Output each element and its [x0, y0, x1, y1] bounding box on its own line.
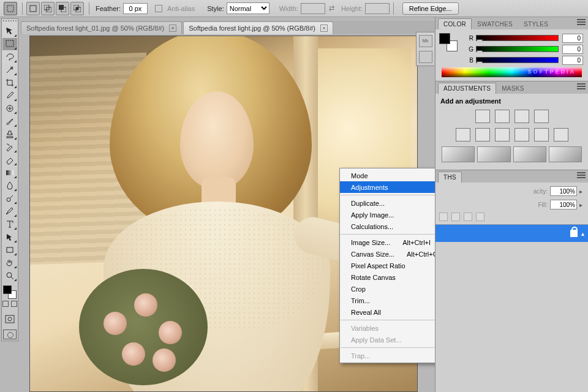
quickmask-icon[interactable] [2, 313, 17, 325]
stamp-tool[interactable] [2, 128, 17, 140]
mini-swap-icons[interactable] [2, 301, 17, 309]
menu-item[interactable]: Duplicate... [340, 197, 443, 209]
close-icon[interactable]: × [169, 24, 176, 32]
svg-point-12 [7, 198, 10, 202]
colorbalance-icon[interactable] [495, 128, 510, 141]
svg-rect-11 [6, 170, 13, 175]
tab-masks[interactable]: MASKS [496, 83, 530, 94]
opacity-label: acity: [533, 188, 548, 195]
type-tool[interactable] [2, 218, 17, 230]
menu-item[interactable]: Reveal All [340, 306, 443, 318]
eyedropper-tool[interactable] [2, 89, 17, 102]
tab-swatches[interactable]: SWATCHES [472, 18, 518, 29]
tab-paths[interactable]: THS [438, 172, 462, 183]
doc-tab-1[interactable]: Softpedia forest light.jpg @ 50% (RGB/8#… [183, 21, 333, 34]
preset-thumb[interactable] [549, 146, 582, 162]
doc-tab-0[interactable]: Softpedia forest light_01.jpg @ 50% (RGB… [21, 21, 182, 34]
menu-item[interactable]: Crop [340, 283, 443, 295]
document-tabs: Softpedia forest light_01.jpg @ 50% (RGB… [21, 21, 435, 34]
levels-icon[interactable] [495, 110, 510, 123]
history-brush-tool[interactable] [2, 141, 17, 153]
refine-edge-button[interactable]: Refine Edge... [402, 2, 459, 15]
link-dims-icon: ⇄ [326, 3, 337, 14]
preset-thumb[interactable] [513, 146, 546, 162]
panel-menu-icon[interactable] [577, 172, 586, 179]
style-select[interactable]: Normal [227, 2, 270, 14]
preset-thumb[interactable] [442, 146, 475, 162]
r-slider[interactable] [476, 35, 559, 41]
brush-tool[interactable] [2, 115, 17, 127]
dodge-tool[interactable] [2, 192, 17, 205]
zoom-tool[interactable] [2, 270, 17, 282]
subtract-selection-icon[interactable] [56, 2, 69, 15]
channelmixer-icon[interactable] [554, 128, 568, 141]
tab-color[interactable]: COLOR [438, 18, 472, 29]
g-input[interactable] [562, 45, 583, 54]
menu-item[interactable]: Trim... [340, 295, 443, 306]
svg-rect-8 [76, 7, 78, 10]
adjustments-panel: ADJUSTMENTS MASKS Add an adjustment [435, 81, 588, 170]
fg-bg-swatch[interactable] [439, 33, 458, 51]
blur-tool[interactable] [2, 179, 17, 192]
tab-styles[interactable]: STYLES [518, 18, 554, 29]
feather-label: Feather: [96, 5, 121, 12]
marquee-tool[interactable] [2, 38, 17, 50]
menu-item[interactable]: Adjustments [340, 181, 443, 193]
menu-item[interactable]: Apply Image... [340, 209, 443, 221]
pen-tool[interactable] [2, 205, 17, 217]
crop-tool[interactable] [2, 77, 17, 89]
hand-tool[interactable] [2, 257, 17, 269]
screenmode-icon[interactable] [3, 330, 17, 339]
rectangle-tool[interactable] [2, 244, 17, 256]
bw-icon[interactable] [514, 128, 529, 141]
menu-item[interactable]: Image Size...Alt+Ctrl+I [340, 236, 443, 248]
menu-item[interactable]: Pixel Aspect Ratio [340, 260, 443, 271]
curves-icon[interactable] [514, 110, 529, 123]
exposure-icon[interactable] [534, 110, 549, 123]
healing-tool[interactable] [2, 102, 17, 115]
b-input[interactable] [562, 56, 583, 65]
width-input [301, 3, 325, 14]
new-selection-icon[interactable] [26, 2, 40, 15]
fill-input[interactable] [550, 200, 577, 209]
right-panel-dock: Mb COLOR SWATCHES STYLES R G B SOFTPEDIA… [435, 17, 588, 392]
layer-row[interactable]: ▴ [435, 225, 588, 242]
hue-icon[interactable] [475, 128, 490, 141]
lasso-tool[interactable] [2, 51, 17, 63]
panel-grip[interactable] [3, 20, 17, 24]
tab-adjustments[interactable]: ADJUSTMENTS [438, 83, 496, 94]
doc-tab-label: Softpedia forest light_01.jpg @ 50% (RGB… [26, 24, 164, 32]
r-input[interactable] [562, 34, 583, 43]
panel-menu-icon[interactable] [577, 83, 586, 91]
gradient-tool[interactable] [2, 167, 17, 179]
menu-item[interactable]: Calculations... [340, 221, 443, 232]
menu-item[interactable]: Rotate Canvas [340, 271, 443, 283]
tool-preset-icon[interactable] [4, 2, 17, 15]
svg-rect-0 [7, 6, 13, 12]
g-slider[interactable] [476, 46, 559, 52]
opacity-input[interactable] [550, 186, 577, 196]
wand-tool[interactable] [2, 64, 17, 76]
photofilter-icon[interactable] [534, 128, 549, 141]
path-select-tool[interactable] [2, 231, 17, 243]
menu-item[interactable]: Canvas Size...Alt+Ctrl+C [340, 248, 443, 260]
brightness-icon[interactable] [475, 110, 490, 123]
menu-item[interactable]: Mode [340, 170, 443, 181]
close-icon[interactable]: × [320, 24, 328, 32]
panel-menu-icon[interactable] [577, 19, 586, 26]
vibrance-icon[interactable] [456, 128, 470, 141]
collapsed-panel-well: Mb [416, 32, 434, 66]
color-spectrum[interactable]: SOFTPEDIA [442, 67, 582, 77]
feather-input[interactable] [123, 3, 148, 14]
color-swatch[interactable] [2, 285, 17, 300]
b-slider[interactable] [476, 57, 559, 63]
eraser-tool[interactable] [2, 154, 17, 166]
svg-rect-9 [6, 40, 13, 47]
preset-thumb[interactable] [477, 146, 510, 162]
add-selection-icon[interactable] [41, 2, 55, 15]
move-tool[interactable] [2, 25, 17, 37]
mini-panel-icon[interactable] [419, 51, 432, 63]
mini-panel-icon[interactable]: Mb [419, 35, 432, 47]
intersect-selection-icon[interactable] [70, 2, 84, 15]
svg-point-14 [7, 273, 12, 277]
